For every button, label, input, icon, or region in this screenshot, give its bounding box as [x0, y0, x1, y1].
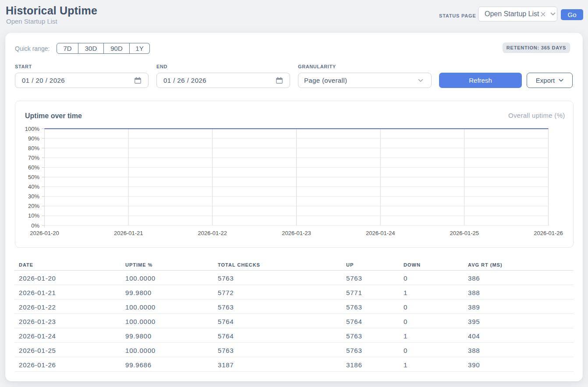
- svg-text:70%: 70%: [28, 155, 39, 161]
- svg-text:2026-01-26: 2026-01-26: [534, 230, 563, 236]
- svg-text:100%: 100%: [25, 126, 40, 132]
- svg-text:40%: 40%: [28, 183, 39, 190]
- svg-text:10%: 10%: [28, 212, 39, 219]
- svg-text:2026-01-21: 2026-01-21: [114, 230, 143, 236]
- svg-text:2026-01-25: 2026-01-25: [450, 230, 479, 236]
- svg-text:20%: 20%: [28, 203, 39, 209]
- svg-text:2026-01-22: 2026-01-22: [198, 230, 227, 236]
- svg-text:60%: 60%: [28, 164, 39, 171]
- svg-text:30%: 30%: [28, 193, 39, 200]
- svg-text:0%: 0%: [31, 222, 39, 229]
- svg-text:80%: 80%: [28, 145, 39, 151]
- svg-text:2026-01-24: 2026-01-24: [366, 230, 395, 236]
- svg-text:2026-01-23: 2026-01-23: [282, 230, 311, 236]
- svg-text:90%: 90%: [28, 135, 39, 142]
- svg-text:50%: 50%: [28, 174, 39, 180]
- svg-text:2026-01-20: 2026-01-20: [30, 230, 59, 236]
